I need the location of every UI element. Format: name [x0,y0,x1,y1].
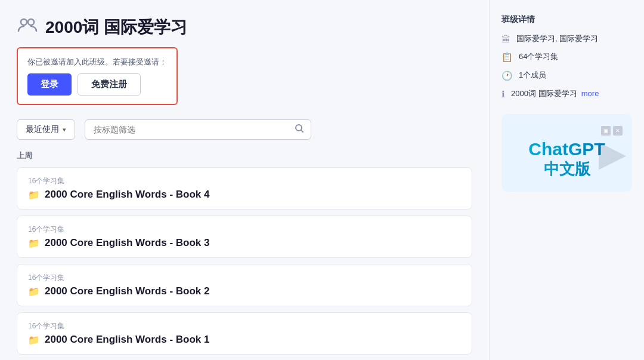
book-title: 📁 2000 Core English Words - Book 4 [28,189,461,201]
register-button[interactable]: 免费注册 [78,73,141,96]
search-box [85,119,311,140]
svg-point-1 [28,19,34,25]
info-icon: ℹ [501,89,505,100]
sidebar-title: 班级详情 [501,14,632,25]
sort-dropdown-label: 最近使用 [26,124,59,135]
list-item[interactable]: 16个学习集 📁 2000 Core English Words - Book … [17,312,472,355]
svg-point-0 [21,19,27,25]
book-sub-count: 16个学习集 [28,321,461,331]
invitation-text: 你已被邀请加入此班级。若要接受邀请： [27,57,167,67]
school-icon: 🏛 [501,34,510,44]
book-title: 📁 2000 Core English Words - Book 2 [28,285,461,297]
sidebar-school-text: 国际爱学习, 国际爱学习 [516,33,598,44]
book-sub-count: 16个学习集 [28,273,461,283]
filter-row: 最近使用 ▾ [17,119,472,140]
list-item[interactable]: 16个学习集 📁 2000 Core English Words - Book … [17,216,472,258]
page-title: 2000词 国际爱学习 [45,16,187,39]
person-group-icon [17,14,38,40]
folder-icon: 📁 [28,238,40,249]
section-label: 上周 [17,150,472,161]
book-title: 📁 2000 Core English Words - Book 3 [28,237,461,249]
folder-icon: 📁 [28,334,40,346]
more-link[interactable]: more [581,89,599,98]
class-header: 2000词 国际爱学习 [17,14,472,40]
ad-decoration: ▶ [599,132,626,174]
list-item[interactable]: 16个学习集 📁 2000 Core English Words - Book … [17,167,472,210]
book-list: 16个学习集 📁 2000 Core English Words - Book … [17,167,472,355]
sidebar-row-info: ℹ 2000词 国际爱学习 more [501,88,632,100]
sidebar-row-members: 🕐 1个成员 [501,70,632,81]
list-item[interactable]: 16个学习集 📁 2000 Core English Words - Book … [17,264,472,306]
chevron-down-icon: ▾ [63,126,66,134]
invitation-bar: 你已被邀请加入此班级。若要接受邀请： 登录 免费注册 [17,47,178,105]
sort-dropdown[interactable]: 最近使用 ▾ [17,119,75,140]
sidebar-row-sets: 📋 64个学习集 [501,51,632,63]
clipboard-icon: 📋 [501,52,513,63]
sidebar-row-school: 🏛 国际爱学习, 国际爱学习 [501,33,632,44]
login-button[interactable]: 登录 [27,73,72,96]
ad-panel: ▣ ✕ ▶ ChatGPT 中文版 [501,114,632,192]
sidebar-members-text: 1个成员 [519,70,546,81]
sidebar: 班级详情 🏛 国际爱学习, 国际爱学习 📋 64个学习集 🕐 1个成员 ℹ 20… [489,0,644,360]
sidebar-sets-text: 64个学习集 [519,51,558,62]
folder-icon: 📁 [28,286,40,297]
search-input[interactable] [85,119,311,140]
book-title: 📁 2000 Core English Words - Book 1 [28,334,461,346]
folder-icon: 📁 [28,189,40,201]
search-icon [295,124,304,136]
clock-icon: 🕐 [501,70,513,81]
book-sub-count: 16个学习集 [28,224,461,235]
book-sub-count: 16个学习集 [28,176,461,186]
sidebar-info-text: 2000词 国际爱学习 more [511,88,599,99]
